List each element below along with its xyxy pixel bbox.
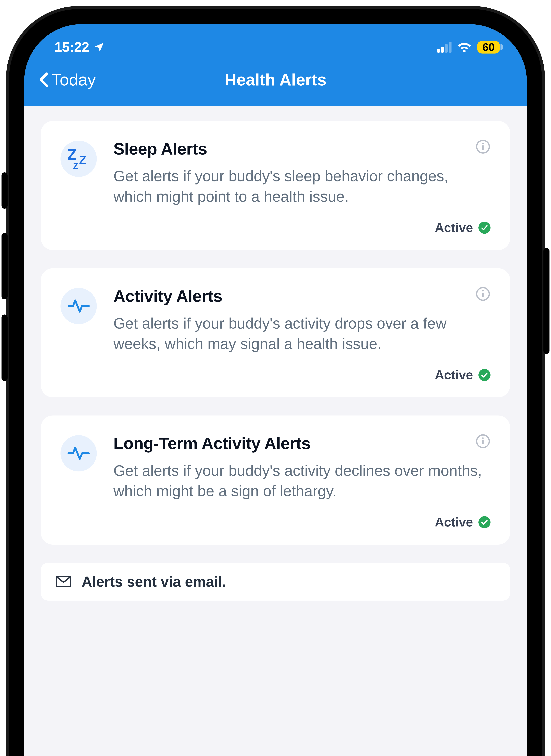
silent-switch bbox=[2, 172, 8, 209]
info-icon[interactable] bbox=[475, 434, 491, 449]
alert-description: Get alerts if your buddy's activity decl… bbox=[113, 461, 491, 501]
screen: 15:22 60 bbox=[24, 24, 527, 756]
check-icon bbox=[478, 222, 491, 234]
check-icon bbox=[478, 369, 491, 381]
alert-description: Get alerts if your buddy's sleep behavio… bbox=[113, 166, 491, 207]
volume-down-button bbox=[2, 314, 8, 381]
volume-up-button bbox=[2, 233, 8, 299]
phone-frame: 15:22 60 bbox=[6, 6, 545, 756]
battery-indicator: 60 bbox=[477, 41, 503, 54]
envelope-icon bbox=[56, 576, 71, 588]
location-arrow-icon bbox=[93, 41, 105, 53]
email-banner-text: Alerts sent via email. bbox=[82, 573, 226, 590]
content[interactable]: ZZZ Sleep Alerts Get alerts if your budd… bbox=[24, 106, 527, 756]
battery-percent: 60 bbox=[477, 41, 500, 54]
alert-status: Active bbox=[113, 515, 491, 530]
svg-point-5 bbox=[482, 290, 484, 291]
info-icon[interactable] bbox=[475, 139, 491, 154]
alert-description: Get alerts if your buddy's activity drop… bbox=[113, 313, 491, 354]
page-title: Health Alerts bbox=[224, 70, 327, 89]
wifi-icon bbox=[458, 42, 471, 52]
activity-icon bbox=[60, 435, 97, 472]
status-bar-right: 60 bbox=[437, 41, 503, 54]
status-label: Active bbox=[435, 515, 473, 530]
status-bar: 15:22 60 bbox=[24, 30, 527, 59]
alert-card-activity[interactable]: Activity Alerts Get alerts if your buddy… bbox=[41, 268, 510, 398]
svg-point-8 bbox=[482, 437, 484, 439]
alert-card-longterm-activity[interactable]: Long-Term Activity Alerts Get alerts if … bbox=[41, 416, 510, 545]
alert-card-sleep[interactable]: ZZZ Sleep Alerts Get alerts if your budd… bbox=[41, 121, 510, 250]
alert-title: Long-Term Activity Alerts bbox=[113, 434, 311, 453]
back-button[interactable]: Today bbox=[39, 70, 96, 89]
navbar: Today Health Alerts bbox=[24, 59, 527, 106]
header: 15:22 60 bbox=[24, 24, 527, 106]
alert-title: Activity Alerts bbox=[113, 286, 222, 305]
alert-title: Sleep Alerts bbox=[113, 139, 207, 158]
status-bar-left: 15:22 bbox=[54, 39, 105, 55]
alert-status: Active bbox=[113, 367, 491, 382]
status-label: Active bbox=[435, 367, 473, 382]
status-time: 15:22 bbox=[54, 39, 89, 55]
svg-point-2 bbox=[482, 143, 484, 144]
activity-icon bbox=[60, 288, 97, 324]
sleep-icon: ZZZ bbox=[60, 141, 97, 177]
info-icon[interactable] bbox=[475, 286, 491, 301]
chevron-left-icon bbox=[39, 72, 48, 87]
status-label: Active bbox=[435, 220, 473, 235]
power-button bbox=[543, 248, 549, 354]
email-banner[interactable]: Alerts sent via email. bbox=[41, 563, 510, 601]
cellular-signal-icon bbox=[437, 42, 452, 53]
back-label: Today bbox=[51, 70, 96, 89]
alert-status: Active bbox=[113, 220, 491, 235]
check-icon bbox=[478, 516, 491, 528]
